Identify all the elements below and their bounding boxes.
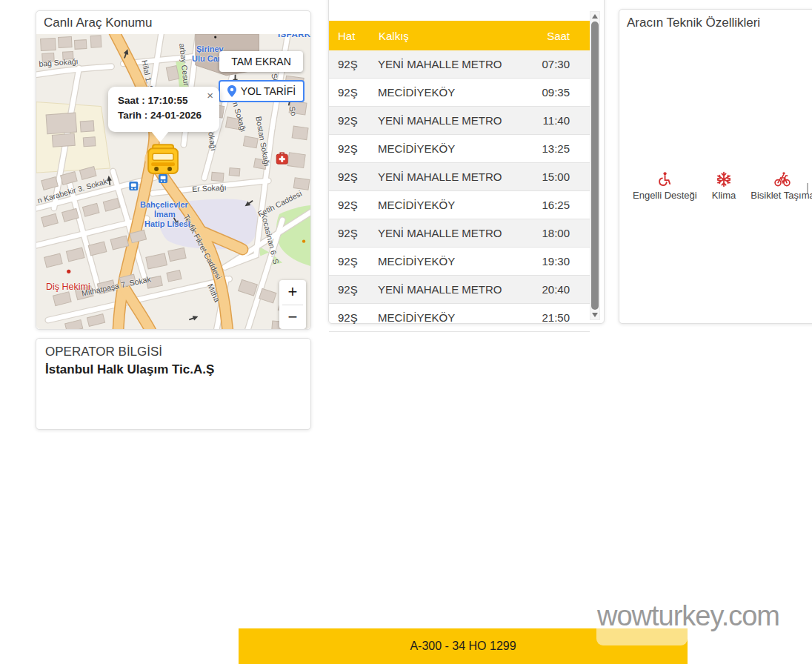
feature-wheelchair: Engelli Desteği — [633, 171, 697, 201]
trip-row: 92ŞMECİDİYEKÖY21:50 — [329, 304, 590, 332]
trip-cell: YENİ MAHALLE METRO — [378, 276, 517, 304]
map-poi-label: İSPARK — [278, 34, 310, 39]
zoom-in-button[interactable]: + — [279, 280, 306, 305]
map-poi-label: Bahçelievler — [140, 200, 188, 209]
feature-list: Engelli Desteği Klima — [633, 171, 812, 201]
vehicle-id-label: A-300 - 34 HO 1299 — [410, 640, 516, 653]
map-zoom-control: + − — [279, 280, 306, 329]
trip-cell: 92Ş — [329, 304, 378, 332]
feature-label: Bisiklet Taşıma — [751, 190, 812, 201]
popup-tail — [151, 131, 169, 142]
feature-label: Engelli Desteği — [633, 190, 697, 201]
bicycle-icon — [774, 171, 791, 187]
trip-cell: MECİDİYEKÖY — [378, 79, 517, 107]
trip-cell: 16:25 — [517, 191, 590, 219]
operator-card: OPERATOR BİLGİSİ İstanbul Halk Ulaşım Ti… — [36, 338, 311, 430]
popup-time-label: Saat : 17:10:55 — [118, 95, 188, 106]
trip-row: 92ŞMECİDİYEKÖY16:25 — [329, 191, 590, 219]
trip-cell: 11:40 — [517, 107, 590, 135]
trip-cell: 92Ş — [329, 79, 378, 107]
trip-cell: 21:50 — [517, 304, 590, 332]
directions-button-label: YOL TARİFİ — [241, 85, 296, 97]
trips-card: Aracın Seferleri Hat Kalkış Saat 92ŞYENİ… — [328, 0, 605, 324]
trips-header-row: Hat Kalkış Saat — [329, 21, 590, 50]
popup-close-icon[interactable]: × — [207, 90, 213, 101]
trip-row: 92ŞYENİ MAHALLE METRO20:40 — [329, 276, 590, 304]
wheelchair-icon — [656, 171, 673, 187]
trips-table-body: 92ŞYENİ MAHALLE METRO07:3092ŞMECİDİYEKÖY… — [329, 50, 590, 332]
vehicle-tab-header[interactable]: A-300 - 34 HO 1299 — [239, 628, 688, 664]
bus-stop-icon — [159, 174, 167, 183]
vehicle-info-popup: Saat : 17:10:55 Tarih : 24-01-2026 × — [108, 87, 219, 132]
map-poi-label: Diş Hekimi — [46, 282, 90, 292]
scrollbar-thumb[interactable] — [591, 21, 599, 310]
col-header-hat: Hat — [329, 21, 378, 50]
trip-cell: MECİDİYEKÖY — [378, 135, 517, 163]
hospital-icon — [276, 153, 287, 164]
tech-specs-card: Aracın Teknik Özellikleri Engelli Desteğ… — [619, 9, 812, 324]
operator-card-title: OPERATOR BİLGİSİ — [45, 345, 302, 359]
live-location-card: Canlı Araç Konumu — [36, 10, 311, 330]
scroll-up-button[interactable] — [590, 12, 599, 21]
map-card-title: Canlı Araç Konumu — [36, 11, 310, 34]
col-header-saat: Saat — [517, 21, 590, 50]
trip-row: 92ŞYENİ MAHALLE METRO11:40 — [329, 107, 590, 135]
map-poi-label: İmam — [154, 210, 176, 219]
zoom-out-button[interactable]: − — [279, 305, 306, 330]
scroll-down-button[interactable] — [590, 311, 599, 319]
trip-cell: 92Ş — [329, 107, 378, 135]
trips-table: Hat Kalkış Saat 92ŞYENİ MAHALLE METRO07:… — [329, 21, 590, 332]
trip-cell: 92Ş — [329, 135, 378, 163]
feature-bicycle: Bisiklet Taşıma — [751, 171, 812, 201]
trip-cell: MECİDİYEKÖY — [378, 191, 517, 219]
map-canvas[interactable]: bağ SokağıDereboyuHilal 1. Sokakarbay Ce… — [36, 34, 310, 329]
poi-dot-red — [67, 270, 70, 273]
trip-cell: 18:00 — [517, 219, 590, 248]
trip-row: 92ŞMECİDİYEKÖY09:35 — [329, 79, 590, 107]
map-street-label: Er Sokağı — [192, 183, 227, 193]
trip-cell: 20:40 — [517, 276, 590, 304]
tech-card-title: Aracın Teknik Özellikleri — [619, 10, 812, 30]
trip-row: 92ŞYENİ MAHALLE METRO07:30 — [329, 50, 590, 79]
operator-company-name: İstanbul Halk Ulaşım Tic.A.Ş — [45, 362, 302, 377]
trip-row: 92ŞMECİDİYEKÖY13:25 — [329, 135, 590, 163]
trip-cell: YENİ MAHALLE METRO — [378, 163, 517, 191]
trip-row: 92ŞYENİ MAHALLE METRO15:00 — [329, 163, 590, 191]
trip-cell: YENİ MAHALLE METRO — [378, 219, 517, 248]
trip-cell: 92Ş — [329, 50, 378, 79]
poi-dot-orange — [302, 239, 305, 242]
directions-button[interactable]: YOL TARİFİ — [219, 80, 304, 102]
col-header-kalkis: Kalkış — [378, 21, 517, 50]
trip-cell: 13:25 — [517, 135, 590, 163]
trip-row: 92ŞMECİDİYEKÖY19:30 — [329, 248, 590, 276]
trip-cell: MECİDİYEKÖY — [378, 248, 517, 276]
feature-label: Klima — [712, 190, 736, 201]
feature-klima: Klima — [712, 171, 736, 201]
fullscreen-button[interactable]: TAM EKRAN — [219, 51, 303, 72]
snowflake-icon — [716, 171, 732, 187]
trip-cell: 92Ş — [329, 248, 378, 276]
popup-date-label: Tarih : 24-01-2026 — [118, 110, 202, 121]
trip-cell: YENİ MAHALLE METRO — [378, 50, 517, 79]
trip-cell: 15:00 — [517, 163, 590, 191]
trip-cell: 92Ş — [329, 276, 378, 304]
trip-cell: 09:35 — [517, 79, 590, 107]
trip-cell: YENİ MAHALLE METRO — [378, 107, 517, 135]
vehicle-bus-icon[interactable] — [148, 145, 178, 173]
watermark: wowturkey.com — [597, 600, 779, 632]
cut-off-label-fragment — [807, 183, 808, 193]
scrollbar[interactable] — [590, 11, 600, 320]
trip-cell: 19:30 — [517, 248, 590, 276]
trip-cell: 92Ş — [329, 219, 378, 248]
trip-row: 92ŞYENİ MAHALLE METRO18:00 — [329, 219, 590, 248]
trip-cell: 92Ş — [329, 163, 378, 191]
bus-stop-icon — [129, 182, 138, 190]
trip-cell: 07:30 — [517, 50, 590, 79]
location-pin-icon — [227, 85, 236, 97]
trip-cell: 92Ş — [329, 191, 378, 219]
map-poi-label: Hatip Lisesi — [144, 219, 190, 228]
trip-cell: MECİDİYEKÖY — [378, 304, 517, 332]
